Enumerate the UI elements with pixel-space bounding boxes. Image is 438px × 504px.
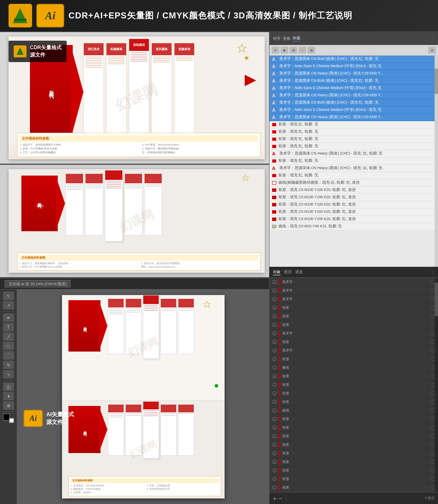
props-item-10[interactable]: 矩形：填充 红, 轮廓: 无 [269, 121, 438, 128]
props-tab-transform[interactable]: 变换 [283, 36, 290, 42]
props-item-14[interactable]: A 美术字：思源黑体 CN Heavy (黑体) (CHC) - 填充: 红, … [269, 150, 438, 158]
layers-tab-channels[interactable]: 通道 [295, 269, 303, 275]
layer-item-19[interactable]: ●矩形 [269, 441, 438, 449]
panel-4: 党风廉政 [151, 43, 172, 141]
layer-item-16[interactable]: ●矩形 [269, 415, 438, 423]
layer-item-7[interactable]: ●矩形 [269, 338, 438, 346]
props-item-13[interactable]: 矩形：填充 红, 轮廓: 无 [269, 143, 438, 150]
layers-delete-btn[interactable]: − [278, 495, 282, 502]
layer-item-11[interactable]: ●矩形 [269, 372, 438, 381]
props-item-18[interactable]: 矩形：填充 C0 M100 Y100 K20, 轮廓: 红, 发丝 [269, 187, 438, 194]
layer-item-4[interactable]: ●矩形 [269, 312, 438, 321]
cdr-canvas-bottom: 新时代 文化墙 [9, 169, 265, 273]
ai-tab-bar: 文化墙.ai @ 20.14% (CMYK/预览) [0, 278, 269, 289]
ai-section: 文化墙.ai @ 20.14% (CMYK/预览) ↖ ↗ ✒ T ╱ □ ⌒ … [0, 278, 269, 504]
props-item-3[interactable]: A 美术字：思源黑体 CN Heavy (黑体) (CHC) - 填充:C39 … [269, 70, 438, 78]
props-item-21[interactable]: 矩形：填充 C0 M100 Y100 K20, 轮廓: 红, 发丝 [269, 209, 438, 216]
cdr-software-icon [9, 4, 32, 27]
props-item-5[interactable]: A 美术字：Noto Sans S Chinese Medium (中等) (E… [269, 85, 438, 92]
rotate-tool[interactable]: ↻ [3, 361, 14, 369]
spec-table-bottom: 文件规格材料参数 1. 成品尺寸：按效果图比例制作，支持定制 2. 材质工艺：P… [17, 253, 260, 271]
line-tool[interactable]: ╱ [3, 332, 14, 341]
layers-menu-btn[interactable]: ⋮ [430, 270, 435, 274]
layer-item-21[interactable]: ●矩形 [269, 458, 438, 466]
props-scrollbar-thumb[interactable] [435, 69, 438, 94]
ai-label-badge: Ai AI矢量格式 源文件 [24, 410, 74, 427]
ai-mini-panels [108, 298, 194, 354]
ai-workspace-area: ↖ ↗ ✒ T ╱ □ ⌒ ↻ ⤡ ◫ ✦ ⊕ [0, 289, 269, 504]
pen-tool[interactable]: ✒ [3, 313, 14, 322]
layers-options-btn[interactable]: ⋮ [284, 496, 288, 501]
layers-scrollbar[interactable] [435, 278, 438, 492]
toolbar-icon-5[interactable]: ⊠ [308, 47, 315, 54]
layer-item-14[interactable]: ●矩形 [269, 398, 438, 406]
zoom-tool[interactable]: ⊕ [3, 401, 14, 410]
props-item-8[interactable]: A 美术字：Noto Sans S Chinese Medium (中等) (E… [269, 107, 438, 114]
properties-panel: 对齐 变换 外观 ⋮ A ■ ⊞ ↔ ⊠ ⊕ A 美术字 [269, 32, 438, 267]
props-item-19[interactable]: 矩形：填充 C0 M100 Y100 K20, 轮廓: 红, 发丝 [269, 194, 438, 201]
layer-item-0[interactable]: ●美术字 [269, 278, 438, 286]
props-item-17[interactable]: 矩形：填充 红, 轮廓: 无 [269, 172, 438, 179]
props-item-1[interactable]: A 美术字：思源黑体 CN Bold (粗体) (CHC) - 填充:红, 轮廓… [269, 56, 438, 63]
layer-item-12[interactable]: ●矩形 [269, 381, 438, 389]
ai-badge-icon: Ai [24, 410, 43, 427]
layer-item-24[interactable]: ●矩形 [269, 483, 438, 492]
props-item-12[interactable]: 矩形：填充 红, 轮廓: 无 [269, 136, 438, 143]
props-tab-appearance[interactable]: 外观 [293, 36, 300, 42]
brush-tool[interactable]: ⌒ [3, 351, 14, 360]
gradient-tool[interactable]: ◫ [3, 382, 14, 391]
props-item-7[interactable]: A 美术字：思源黑体 CN Bold (粗体) (CHC) - 填充:红, 轮廓… [269, 99, 438, 107]
layer-item-3[interactable]: ●矩形 [269, 304, 438, 312]
props-item-curve1[interactable]: 曲线(精确裁剪路径曲线：填充 白, 轮廓: 红, 发丝 [269, 179, 438, 187]
stroke-color[interactable] [9, 418, 14, 423]
layer-item-1[interactable]: ●美术字 [269, 286, 438, 295]
layer-item-5[interactable]: ●矩形 [269, 321, 438, 329]
layer-item-17[interactable]: ●矩形 [269, 423, 438, 432]
layer-item-8[interactable]: ●美术字 [269, 346, 438, 355]
layer-item-10[interactable]: ●曲线 [269, 364, 438, 372]
layer-item-22[interactable]: ●矩形 [269, 466, 438, 475]
layer-item-20[interactable]: ●矩形 [269, 449, 438, 458]
eyedropper-tool[interactable]: ✦ [3, 392, 14, 400]
props-item-4[interactable]: A 美术字：思源黑体 CN Bold (粗体) (CHC) - 填充:红, 轮廓… [269, 78, 438, 85]
props-item-16[interactable]: A 美术字：思源宋体 CN Heavy (黑体) (CHC) - 填充: 白, … [269, 165, 438, 172]
ai-status-tab[interactable]: 文化墙.ai @ 20.14% (CMYK/预览) [4, 280, 71, 288]
layers-tab-objects[interactable]: 图层 [284, 269, 292, 275]
props-tab-align[interactable]: 对齐 [273, 36, 281, 42]
props-item-9[interactable]: A 美术字：思源黑体 CN Heavy (黑体) (CHC) - 填充:C39 … [269, 114, 438, 121]
type-tool[interactable]: T [3, 323, 14, 331]
toolbar-icon-4[interactable]: ↔ [299, 47, 306, 54]
props-menu-btn[interactable]: ⋮ [430, 36, 435, 41]
toolbar-icon-6[interactable]: ⊕ [428, 47, 436, 54]
ai-red-banner: 新时代 [68, 300, 101, 352]
color-swatches [3, 414, 14, 423]
layers-add-btn[interactable]: + [273, 495, 276, 502]
props-item-6[interactable]: A 美术字：思源黑体 CN Heavy (黑体) (CHC) - 填充:C39 … [269, 92, 438, 99]
props-item-11[interactable]: 矩形：填充 红, 轮廓: 无 [269, 128, 438, 136]
direct-select-tool[interactable]: ↗ [3, 301, 14, 310]
toolbar-icon-2[interactable]: ■ [281, 47, 288, 54]
props-item-2[interactable]: A 美术字：Noto Sans S Chinese Medium (中等) (E… [269, 63, 438, 70]
props-scrollbar[interactable] [435, 56, 438, 267]
layer-item-13[interactable]: ●矩形 [269, 389, 438, 398]
layer-item-15[interactable]: ●曲线 [269, 406, 438, 415]
selection-indicator [215, 384, 218, 388]
layer-item-9[interactable]: ●矩形 [269, 355, 438, 364]
props-item-15[interactable]: 矩形：填充 红, 轮廓: 无 [269, 158, 438, 165]
layers-scrollbar-thumb[interactable] [435, 282, 438, 316]
props-item-curve2[interactable]: 曲线：填充 C0 M20 Y36 K22, 轮廓: 无 [269, 223, 438, 230]
props-item-22[interactable]: 矩形：填充 C0 M100 Y100 K20, 轮廓: 红, 发丝 [269, 216, 438, 223]
header-title: CDR+AI+EPS矢量图 / CMYK颜色模式 / 3D高清效果图 / 制作工… [68, 10, 352, 21]
scale-tool[interactable]: ⤡ [3, 370, 14, 379]
select-tool[interactable]: ↖ [3, 292, 14, 300]
layer-item-23[interactable]: ●矩形 [269, 475, 438, 483]
rect-tool[interactable]: □ [3, 342, 14, 350]
design-bottom-preview: 新时代 文化墙 [9, 169, 265, 273]
toolbar-icon-3[interactable]: ⊞ [290, 47, 297, 54]
toolbar-icon-1[interactable]: A [272, 47, 279, 54]
layer-item-18[interactable]: ●矩形 [269, 432, 438, 441]
layer-item-2[interactable]: ●美术字 [269, 295, 438, 304]
props-item-20[interactable]: 矩形：填充 C0 M100 Y100 K20, 轮廓: 红, 发丝 [269, 201, 438, 209]
layers-tab-layers[interactable]: 对象 [273, 269, 281, 275]
layer-item-6[interactable]: ●美术字 [269, 329, 438, 338]
